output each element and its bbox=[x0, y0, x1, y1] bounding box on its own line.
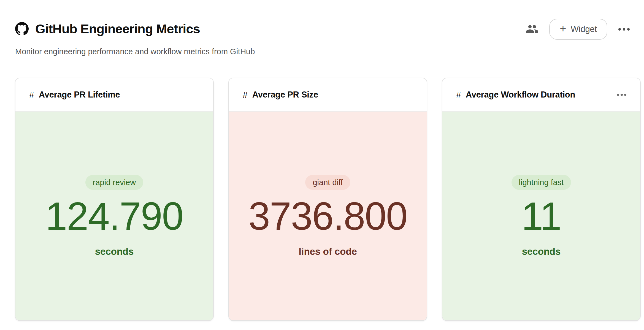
metric-unit: seconds bbox=[95, 246, 134, 257]
card-header: # Average PR Lifetime bbox=[15, 78, 213, 112]
status-badge: rapid review bbox=[85, 175, 143, 190]
plus-icon: + bbox=[560, 23, 566, 34]
title-row: GitHub Engineering Metrics bbox=[15, 22, 200, 36]
collaborators-button[interactable] bbox=[526, 22, 539, 36]
card-title: Average Workflow Duration bbox=[466, 90, 575, 100]
metric-cards-row: # Average PR Lifetime rapid review 124.7… bbox=[15, 78, 641, 321]
hash-icon: # bbox=[29, 90, 34, 100]
card-body: rapid review 124.790 seconds bbox=[15, 112, 213, 320]
ellipsis-icon bbox=[617, 94, 626, 96]
status-badge: giant diff bbox=[305, 175, 350, 190]
card-header: # Average Workflow Duration bbox=[442, 78, 640, 112]
card-title: Average PR Lifetime bbox=[39, 90, 120, 100]
page-title: GitHub Engineering Metrics bbox=[35, 22, 200, 35]
people-icon bbox=[526, 22, 539, 36]
page-subtitle: Monitor engineering performance and work… bbox=[15, 47, 255, 56]
metric-value: 124.790 bbox=[45, 194, 183, 239]
card-title: Average PR Size bbox=[252, 90, 318, 100]
metric-value: 3736.800 bbox=[248, 194, 407, 239]
metric-unit: seconds bbox=[522, 246, 561, 257]
header-actions: + Widget bbox=[526, 19, 630, 40]
metric-unit: lines of code bbox=[299, 246, 357, 257]
metric-card-average-pr-size: # Average PR Size giant diff 3736.800 li… bbox=[228, 78, 427, 321]
metric-value: 11 bbox=[521, 194, 561, 239]
status-badge: lightning fast bbox=[512, 175, 571, 190]
card-body: giant diff 3736.800 lines of code bbox=[229, 112, 427, 320]
metric-card-average-pr-lifetime: # Average PR Lifetime rapid review 124.7… bbox=[15, 78, 214, 321]
hash-icon: # bbox=[456, 90, 461, 100]
github-logo-icon bbox=[15, 22, 29, 36]
add-widget-button[interactable]: + Widget bbox=[549, 19, 607, 40]
card-header: # Average PR Size bbox=[229, 78, 427, 112]
card-menu-button[interactable] bbox=[617, 92, 626, 98]
ellipsis-icon bbox=[618, 28, 630, 31]
add-widget-label: Widget bbox=[571, 24, 597, 34]
card-body: lightning fast 11 seconds bbox=[442, 112, 640, 320]
dashboard-menu-button[interactable] bbox=[618, 26, 630, 33]
metric-card-average-workflow-duration: # Average Workflow Duration lightning fa… bbox=[442, 78, 641, 321]
hash-icon: # bbox=[243, 90, 248, 100]
